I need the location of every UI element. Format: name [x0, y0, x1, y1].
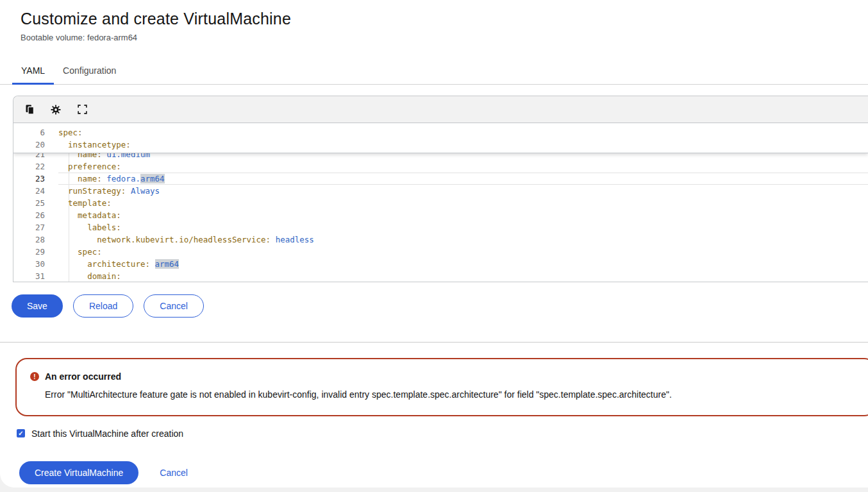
- start-vm-checkbox-label[interactable]: Start this VirtualMachine after creation: [31, 428, 183, 439]
- yaml-value: Always: [131, 186, 160, 196]
- yaml-key: spec:: [78, 247, 102, 257]
- reload-button[interactable]: Reload: [73, 294, 133, 318]
- line-number: 26: [13, 209, 45, 221]
- alert-title: An error occurred: [45, 371, 121, 382]
- code-text: architecture: arm64: [58, 258, 179, 270]
- tab-configuration[interactable]: Configuration: [54, 60, 125, 84]
- yaml-key: template:: [68, 198, 112, 208]
- page-subtitle: Bootable volume: fedora-arm64: [21, 33, 868, 42]
- line-number: 27: [13, 221, 45, 233]
- code-line-24: 24runStrategy: Always: [13, 185, 868, 197]
- line-number: 28: [13, 233, 45, 246]
- line-number: 30: [13, 258, 45, 270]
- yaml-key: architecture:: [87, 259, 150, 269]
- editor-actions: Save Reload Cancel: [12, 294, 868, 318]
- line-number: 22: [13, 160, 45, 173]
- editor-body[interactable]: 21name: u1.medium22preference:23name: fe…: [13, 123, 868, 282]
- yaml-key: domain:: [87, 271, 121, 281]
- yaml-value: headless: [276, 235, 314, 244]
- code-line-29: 29spec:: [13, 246, 868, 258]
- section-divider: [0, 342, 868, 343]
- code-line-22: 22preference:: [13, 160, 868, 173]
- yaml-key: spec:: [58, 128, 83, 137]
- page-title: Customize and create VirtualMachine: [21, 10, 868, 28]
- yaml-key: network.kubevirt.io/headlessService:: [97, 235, 271, 244]
- cancel-button[interactable]: Cancel: [144, 294, 204, 318]
- line-number: 29: [13, 246, 45, 258]
- code-line-23: 23name: fedora.arm64: [13, 173, 868, 185]
- error-exclamation-icon: !: [30, 372, 39, 381]
- tab-yaml[interactable]: YAML: [12, 60, 54, 84]
- tabs: YAML Configuration: [0, 60, 868, 85]
- line-number: 20: [13, 139, 45, 151]
- checkmark-icon: ✓: [18, 430, 23, 437]
- yaml-value-highlighted: arm64: [155, 259, 179, 269]
- line-number: 31: [13, 270, 45, 282]
- code-text: spec:: [58, 246, 102, 258]
- code-text: preference:: [58, 160, 121, 173]
- page-card: Customize and create VirtualMachine Boot…: [0, 0, 868, 488]
- code-line-6: 6spec:: [13, 126, 868, 139]
- footer-actions: Create VirtualMachine Cancel: [19, 461, 868, 484]
- error-alert: ! An error occurred Error "MultiArchitec…: [15, 358, 868, 416]
- line-number: 23: [13, 173, 45, 185]
- yaml-value-highlighted: arm64: [140, 174, 165, 183]
- code-line-28: 28network.kubevirt.io/headlessService: h…: [13, 233, 868, 246]
- code-text: domain:: [58, 270, 121, 282]
- editor-toolbar: [13, 96, 868, 123]
- line-number: 6: [13, 126, 45, 139]
- copy-icon[interactable]: [24, 105, 35, 115]
- code-text: instancetype:: [58, 139, 131, 151]
- yaml-key: name:: [78, 174, 102, 183]
- yaml-key: instancetype:: [68, 140, 131, 149]
- settings-gear-icon[interactable]: [51, 105, 61, 115]
- footer-cancel-button[interactable]: Cancel: [157, 461, 190, 484]
- fullscreen-icon[interactable]: [77, 105, 87, 115]
- yaml-key: labels:: [87, 223, 121, 232]
- code-text: labels:: [58, 221, 121, 233]
- alert-header: ! An error occurred: [30, 371, 859, 382]
- sticky-scroll: 6spec:20instancetype:: [13, 123, 868, 153]
- alert-description: Error "MultiArchitecture feature gate is…: [45, 389, 859, 402]
- code-line-25: 25template:: [13, 197, 868, 209]
- code-line-27: 27labels:: [13, 221, 868, 233]
- start-vm-checkbox[interactable]: ✓: [17, 429, 25, 437]
- code-text: network.kubevirt.io/headlessService: hea…: [58, 233, 314, 246]
- code-line-20: 20instancetype:: [13, 139, 868, 151]
- code-text: metadata:: [58, 209, 121, 221]
- save-button[interactable]: Save: [12, 294, 63, 318]
- code-text: name: fedora.arm64: [58, 173, 165, 185]
- yaml-key: preference:: [68, 162, 121, 171]
- code-text: runStrategy: Always: [58, 185, 160, 197]
- yaml-key: metadata:: [78, 210, 121, 220]
- code-line-26: 26metadata:: [13, 209, 868, 221]
- code-text: template:: [58, 197, 112, 209]
- yaml-value: fedora.: [106, 174, 140, 183]
- code-text: spec:: [58, 126, 83, 139]
- code-line-31: 31domain:: [13, 270, 868, 282]
- create-virtualmachine-button[interactable]: Create VirtualMachine: [19, 461, 138, 484]
- start-vm-row: ✓ Start this VirtualMachine after creati…: [17, 428, 868, 439]
- yaml-editor: 21name: u1.medium22preference:23name: fe…: [13, 96, 868, 282]
- line-number: 25: [13, 197, 45, 209]
- code-line-30: 30architecture: arm64: [13, 258, 868, 270]
- line-number: 24: [13, 185, 45, 197]
- page-header: Customize and create VirtualMachine Boot…: [0, 0, 868, 42]
- yaml-key: runStrategy:: [68, 186, 126, 196]
